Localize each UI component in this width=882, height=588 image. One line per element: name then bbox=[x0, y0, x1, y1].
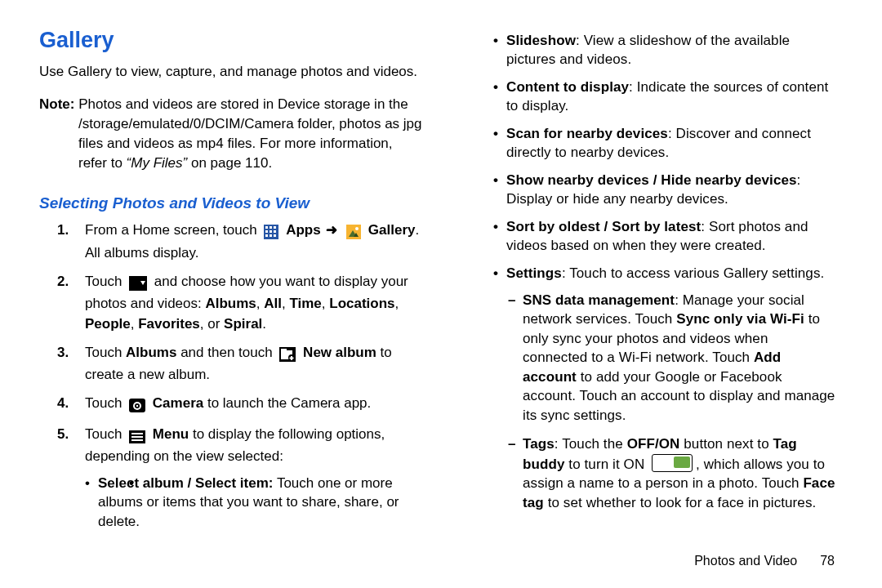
bullet-settings: Settings: Touch to access various Galler… bbox=[470, 264, 836, 283]
svg-rect-14 bbox=[129, 276, 147, 291]
camera-label: Camera bbox=[153, 395, 203, 411]
bullet-slideshow: Slideshow: View a slideshow of the avail… bbox=[470, 31, 836, 69]
sep: . bbox=[262, 316, 266, 332]
sep: , bbox=[395, 296, 399, 311]
arrow-icon: ➜ bbox=[326, 222, 337, 238]
sns-label: SNS data management bbox=[523, 292, 675, 308]
bullet-select-album: •Select album / Select item: Touch one o… bbox=[85, 474, 425, 531]
note-text-b: on page 110. bbox=[187, 155, 272, 171]
svg-point-13 bbox=[355, 227, 359, 230]
svg-rect-18 bbox=[281, 349, 287, 351]
apps-label: Apps bbox=[286, 222, 321, 238]
sub-tags: Tags: Touch the OFF/ON button next to Ta… bbox=[470, 434, 836, 512]
svg-rect-7 bbox=[265, 234, 268, 237]
svg-rect-6 bbox=[274, 230, 276, 233]
opt-people: People bbox=[85, 316, 131, 332]
step4-b: to launch the Camera app. bbox=[203, 395, 371, 411]
lbl: Scan for nearby devices bbox=[506, 126, 668, 141]
t: : Touch the bbox=[555, 436, 627, 452]
page-footer: Photos and Video78 bbox=[694, 554, 835, 568]
new-album-label: New album bbox=[303, 345, 376, 360]
apps-grid-icon bbox=[264, 223, 278, 243]
left-column: Gallery Use Gallery to view, capture, an… bbox=[39, 28, 425, 539]
camera-icon bbox=[129, 396, 145, 416]
manual-page: Gallery Use Gallery to view, capture, an… bbox=[0, 0, 882, 588]
svg-rect-8 bbox=[270, 234, 272, 237]
heading-gallery: Gallery bbox=[39, 28, 425, 53]
bullet-content-to-display: Content to display: Indicate the sources… bbox=[470, 78, 836, 116]
sep: , or bbox=[200, 316, 224, 332]
step-3: Touch Albums and then touch New album to… bbox=[39, 343, 425, 385]
svg-point-26 bbox=[136, 405, 138, 407]
step-2: Touch and choose how you want to display… bbox=[39, 272, 425, 335]
new-album-icon bbox=[279, 345, 296, 366]
dropdown-icon bbox=[129, 274, 147, 295]
right-column: Slideshow: View a slideshow of the avail… bbox=[470, 28, 836, 539]
svg-rect-28 bbox=[131, 433, 143, 434]
step-5: Touch Menu to display the following opti… bbox=[39, 425, 425, 532]
tags-label: Tags bbox=[523, 436, 555, 452]
subheading-selecting: Selecting Photos and Videos to View bbox=[39, 194, 425, 212]
step1-text-a: From a Home screen, touch bbox=[85, 222, 261, 238]
step5-bullets: •Select album / Select item: Touch one o… bbox=[85, 474, 425, 531]
bullet-scan-nearby: Scan for nearby devices: Discover and co… bbox=[470, 124, 836, 163]
sep: , bbox=[256, 296, 264, 311]
menu-icon bbox=[129, 427, 145, 448]
opt-time: Time bbox=[289, 296, 321, 311]
albums-label: Albums bbox=[126, 345, 176, 360]
t: to set whether to look for a face in pic… bbox=[544, 495, 817, 510]
svg-rect-30 bbox=[131, 439, 143, 441]
t: to turn it ON bbox=[565, 457, 649, 472]
opt-favorites: Favorites bbox=[138, 316, 200, 332]
note-label: Note: bbox=[39, 96, 74, 112]
note-reference: “My Files” bbox=[127, 155, 188, 171]
svg-rect-21 bbox=[290, 357, 294, 359]
right-bullets: Slideshow: View a slideshow of the avail… bbox=[470, 31, 836, 512]
lbl: Settings bbox=[506, 265, 562, 281]
svg-rect-3 bbox=[274, 226, 276, 229]
step-1: From a Home screen, touch Apps ➜ Gallery… bbox=[39, 220, 425, 263]
bullet-show-hide-nearby: Show nearby devices / Hide nearby device… bbox=[470, 171, 836, 209]
offon: OFF/ON bbox=[627, 436, 680, 452]
bullet-sort: Sort by oldest / Sort by latest: Sort ph… bbox=[470, 217, 836, 256]
step-4: Touch Camera to launch the Camera app. bbox=[39, 394, 425, 416]
two-columns: Gallery Use Gallery to view, capture, an… bbox=[39, 28, 846, 539]
step2-a: Touch bbox=[85, 274, 126, 289]
lbl: Slideshow bbox=[506, 33, 576, 48]
lbl: Show nearby devices / Hide nearby device… bbox=[506, 172, 797, 188]
svg-rect-4 bbox=[265, 230, 268, 233]
footer-page-number: 78 bbox=[820, 554, 835, 568]
svg-rect-9 bbox=[274, 234, 276, 237]
step3-b: and then touch bbox=[176, 345, 276, 360]
opt-albums: Albums bbox=[205, 296, 256, 311]
t: button next to bbox=[679, 436, 773, 452]
opt-spiral: Spiral bbox=[224, 316, 262, 332]
toggle-on-icon bbox=[652, 454, 693, 472]
svg-rect-29 bbox=[131, 436, 143, 438]
opt-locations: Locations bbox=[329, 296, 394, 311]
intro-text: Use Gallery to view, capture, and manage… bbox=[39, 63, 425, 82]
step4-a: Touch bbox=[85, 395, 126, 411]
sync-wifi: Sync only via Wi-Fi bbox=[676, 311, 804, 327]
note-block: Note: Photos and videos are stored in De… bbox=[39, 95, 425, 174]
ordered-steps: From a Home screen, touch Apps ➜ Gallery… bbox=[39, 220, 425, 531]
step3-a: Touch bbox=[85, 345, 126, 360]
lbl: Content to display bbox=[506, 79, 629, 95]
svg-rect-2 bbox=[270, 226, 272, 229]
step5-a: Touch bbox=[85, 426, 126, 442]
svg-rect-1 bbox=[265, 226, 268, 229]
menu-label: Menu bbox=[153, 426, 189, 442]
svg-rect-23 bbox=[134, 399, 139, 401]
sub-sns: SNS data management: Manage your social … bbox=[470, 291, 836, 425]
sep: , bbox=[322, 296, 329, 311]
sep: , bbox=[131, 316, 138, 332]
lbl: Sort by oldest / Sort by latest bbox=[506, 219, 701, 234]
footer-section: Photos and Video bbox=[694, 554, 797, 568]
txt: : Touch to access various Gallery settin… bbox=[562, 265, 824, 281]
gallery-app-icon bbox=[346, 223, 361, 243]
bullet-select-album-label: Select album / Select item: bbox=[98, 475, 273, 491]
svg-rect-5 bbox=[270, 230, 272, 233]
gallery-label: Gallery bbox=[368, 222, 416, 238]
opt-all: All bbox=[264, 296, 282, 311]
